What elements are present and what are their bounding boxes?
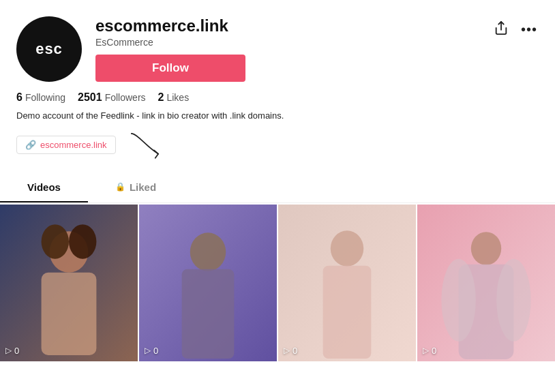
video-card-2[interactable]: ▷ 0	[139, 205, 277, 361]
svg-point-17	[496, 258, 531, 341]
video-thumb-3	[278, 205, 416, 361]
svg-rect-9	[182, 269, 235, 358]
profile-header: esc escommerce.link EsCommerce Follow ••…	[0, 0, 555, 82]
thumb-illustration-3	[278, 205, 416, 361]
svg-point-11	[331, 230, 363, 267]
profile-info: escommerce.link EsCommerce Follow	[95, 16, 539, 82]
play-count-1: 0	[14, 346, 19, 356]
svg-point-16	[441, 258, 476, 341]
thumb-illustration-1	[0, 205, 138, 361]
video-thumb-2	[139, 205, 277, 361]
avatar-initials: esc	[35, 40, 63, 58]
video-card-4[interactable]: ▷ 0	[417, 205, 555, 361]
svg-rect-4	[42, 272, 97, 355]
lock-icon: 🔒	[115, 182, 125, 192]
video-grid: ▷ 0 ▷ 0	[0, 203, 555, 361]
bio-link-row: 🔗 escommerce.link	[0, 128, 555, 173]
play-count-4: 0	[432, 346, 436, 356]
svg-point-8	[190, 232, 226, 271]
play-icon-1: ▷	[5, 346, 12, 355]
share-icon	[494, 20, 509, 35]
arrow-annotation	[125, 128, 173, 162]
share-button[interactable]	[492, 19, 510, 40]
svg-point-6	[69, 224, 96, 259]
svg-point-14	[471, 232, 501, 265]
video-play-row-1: ▷ 0	[5, 346, 19, 356]
play-icon-2: ▷	[145, 346, 151, 355]
video-thumb-4	[417, 205, 555, 361]
followers-count: 2501	[78, 91, 102, 104]
video-play-row-4: ▷ 0	[423, 346, 436, 356]
stat-following: 6 Following	[16, 91, 65, 104]
thumb-illustration-4	[417, 205, 555, 361]
thumb-illustration-2	[139, 205, 277, 361]
tab-videos[interactable]: Videos	[0, 173, 88, 202]
profile-username: escommerce.link	[95, 16, 539, 35]
svg-point-5	[42, 224, 69, 259]
arrow-svg	[125, 128, 173, 162]
following-label: Following	[25, 92, 65, 103]
video-play-row-2: ▷ 0	[145, 346, 158, 356]
stat-likes: 2 Likes	[158, 91, 190, 104]
bio-text: Demo account of the Feedlink - link in b…	[0, 109, 555, 128]
more-button[interactable]: •••	[520, 20, 539, 39]
video-thumb-1	[0, 205, 138, 361]
video-card-3[interactable]: ▷ 0	[278, 205, 416, 361]
likes-label: Likes	[166, 92, 189, 103]
likes-count: 2	[158, 91, 164, 104]
bio-link-text: escommerce.link	[40, 140, 107, 150]
play-count-2: 0	[153, 346, 158, 356]
play-icon-4: ▷	[423, 346, 429, 355]
bio-link-button[interactable]: 🔗 escommerce.link	[16, 136, 116, 154]
play-icon-3: ▷	[284, 346, 290, 355]
link-icon: 🔗	[25, 140, 36, 150]
video-play-row-3: ▷ 0	[284, 346, 297, 356]
tabs-row: Videos 🔒 Liked	[0, 173, 555, 203]
svg-rect-12	[323, 265, 372, 358]
tab-liked-label: Liked	[130, 181, 156, 193]
avatar: esc	[16, 16, 82, 82]
video-card-1[interactable]: ▷ 0	[0, 205, 138, 361]
follow-button[interactable]: Follow	[95, 55, 245, 82]
followers-label: Followers	[105, 92, 146, 103]
tab-videos-label: Videos	[27, 181, 61, 193]
following-count: 6	[16, 91, 22, 104]
play-count-3: 0	[292, 346, 297, 356]
profile-displayname: EsCommerce	[95, 37, 539, 48]
tab-liked[interactable]: 🔒 Liked	[88, 173, 183, 202]
stat-followers: 2501 Followers	[78, 91, 146, 104]
header-actions: •••	[492, 19, 539, 40]
stats-row: 6 Following 2501 Followers 2 Likes	[0, 82, 555, 109]
